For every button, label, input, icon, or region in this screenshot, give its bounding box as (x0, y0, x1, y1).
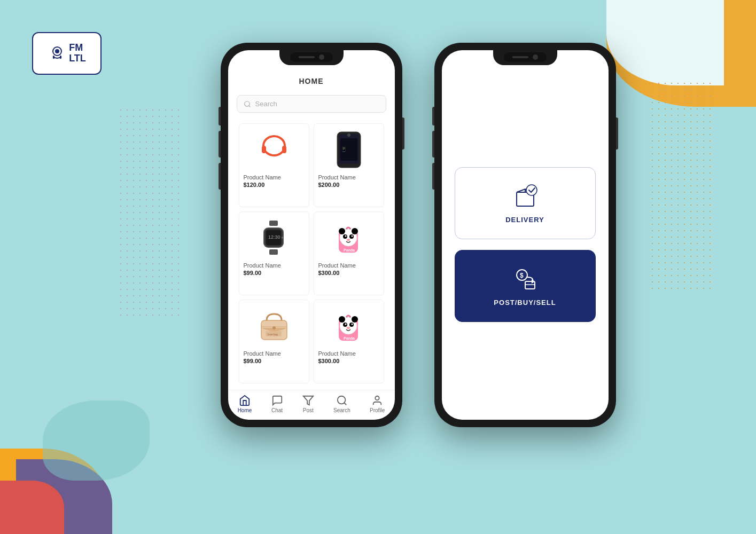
phone2-speaker (512, 56, 528, 58)
nav-search-label: Search (333, 407, 350, 413)
svg-rect-14 (269, 221, 278, 226)
phone2-notch (493, 50, 557, 65)
product-name-6: Product Name (318, 350, 356, 357)
product-card-4[interactable]: Panda Product Name $300.00 (314, 211, 384, 295)
product-name-3: Product Name (244, 262, 281, 269)
product-name-4: Product Name (318, 262, 356, 269)
headphones-icon (255, 131, 293, 168)
product-price-1: $120.00 (244, 182, 265, 188)
phone2-btn-left2 (432, 131, 434, 158)
delivery-icon (511, 183, 539, 210)
product-image-1 (244, 128, 305, 171)
product-price-3: $99.00 (244, 270, 262, 276)
svg-point-41 (345, 324, 347, 325)
phone2-screen: DELIVERY $ POST/BUY/SELL (442, 50, 609, 420)
product-name-5: Product Name (244, 350, 281, 357)
delivery-card[interactable]: DELIVERY (455, 167, 596, 239)
phone1-btn-left1 (219, 107, 221, 125)
phone1-notch (279, 50, 344, 65)
profile-icon (371, 395, 383, 406)
post-icon (302, 395, 314, 406)
product-card-3[interactable]: 12:30 Product Name $99.00 (239, 211, 309, 295)
app-logo: FM LTL (32, 32, 102, 75)
product-price-5: $99.00 (244, 358, 262, 364)
phones-container: HOME Search (134, 43, 703, 427)
svg-point-5 (244, 101, 249, 106)
svg-point-43 (347, 327, 350, 329)
delivery-label: DELIVERY (505, 216, 544, 224)
products-grid: Product Name $120.00 📱 (228, 117, 395, 390)
product-image-2: 📱 (318, 128, 379, 171)
logo-text: FM LTL (69, 43, 86, 64)
svg-point-32 (272, 326, 276, 329)
product-card-6[interactable]: Panda Product Name $300.00 (314, 300, 384, 383)
phone-1: HOME Search (221, 43, 402, 427)
svg-rect-8 (282, 146, 286, 153)
search-bar[interactable]: Search (237, 95, 386, 113)
svg-point-11 (347, 134, 350, 137)
svg-point-2 (55, 49, 59, 53)
svg-point-50 (526, 185, 537, 195)
nav-home-label: Home (238, 407, 252, 413)
svg-point-47 (376, 396, 379, 400)
phone2-btn-left1 (432, 107, 434, 125)
svg-point-42 (352, 324, 353, 325)
phone1-btn-left3 (219, 163, 221, 190)
nav-search[interactable]: Search (333, 395, 350, 413)
svg-point-27 (352, 235, 353, 237)
product-card-5[interactable]: luxe bag Product Name $99.00 (239, 300, 309, 383)
nav-profile-label: Profile (370, 407, 385, 413)
svg-point-37 (339, 316, 345, 323)
logo-ltl: LTL (69, 53, 86, 64)
svg-point-46 (338, 396, 346, 404)
svg-text:luxe bag: luxe bag (268, 333, 278, 336)
home-icon (239, 395, 251, 406)
product-price-2: $200.00 (318, 182, 340, 188)
nav-chat-label: Chat (271, 407, 283, 413)
post-buy-sell-label: POST/BUY/SELL (494, 299, 556, 307)
phone-2: DELIVERY $ POST/BUY/SELL (434, 43, 616, 427)
svg-point-38 (352, 316, 358, 323)
svg-point-28 (347, 239, 350, 241)
phone2-btn-right (616, 117, 618, 150)
nav-post[interactable]: Post (302, 395, 314, 413)
product-card-1[interactable]: Product Name $120.00 (239, 123, 309, 207)
svg-point-26 (345, 235, 347, 237)
svg-rect-54 (525, 281, 535, 289)
search-icon (244, 100, 251, 108)
nav-profile[interactable]: Profile (370, 395, 385, 413)
product-image-3: 12:30 (244, 216, 305, 259)
nav-post-label: Post (303, 407, 314, 413)
svg-marker-45 (303, 396, 313, 405)
svg-rect-7 (262, 146, 266, 153)
chat-icon (271, 395, 283, 406)
product-image-6: Panda (318, 304, 379, 347)
phone1-content: HOME Search (228, 50, 395, 420)
panda-bag-icon: Panda (331, 218, 366, 257)
product-price-6: $300.00 (318, 358, 340, 364)
phone-case-icon: 📱 (333, 130, 365, 170)
phone2-camera (533, 54, 538, 60)
svg-text:12:30: 12:30 (268, 234, 280, 240)
svg-text:📱: 📱 (341, 146, 347, 153)
phone2-btn-left3 (432, 163, 434, 190)
product-image-4: Panda (318, 216, 379, 259)
smartwatch-icon: 12:30 (256, 218, 291, 257)
logo-fm: FM (69, 43, 86, 53)
bg-decoration-red-bottom (0, 481, 64, 534)
svg-text:Panda: Panda (344, 336, 355, 340)
phone2-content: DELIVERY $ POST/BUY/SELL (442, 50, 609, 420)
nav-home[interactable]: Home (238, 395, 252, 413)
nav-chat[interactable]: Chat (271, 395, 283, 413)
post-buy-sell-icon: $ (511, 265, 539, 293)
svg-point-22 (339, 228, 345, 234)
search-placeholder: Search (255, 100, 277, 108)
phone1-camera (319, 54, 324, 60)
phone1-speaker (299, 56, 315, 58)
svg-point-23 (352, 228, 358, 234)
product-card-2[interactable]: 📱 Product Name $200.00 (314, 123, 384, 207)
post-buy-sell-card[interactable]: $ POST/BUY/SELL (455, 250, 596, 322)
phone1-screen: HOME Search (228, 50, 395, 420)
product-name-2: Product Name (318, 174, 356, 180)
svg-text:$: $ (520, 272, 524, 279)
